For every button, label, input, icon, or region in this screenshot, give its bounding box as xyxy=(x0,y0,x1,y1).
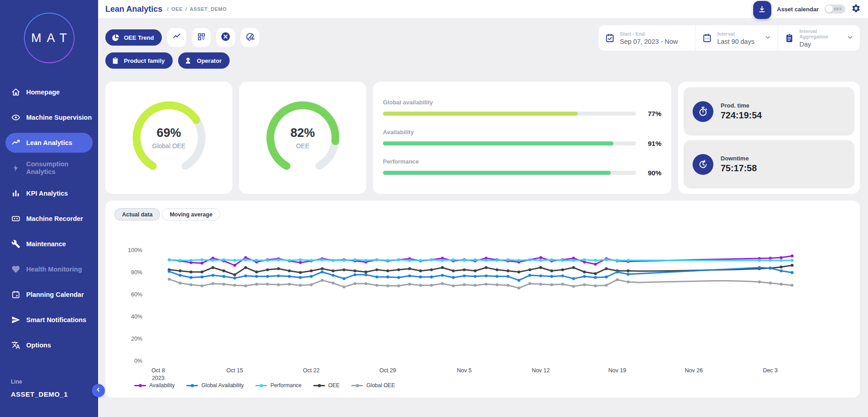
legend-item[interactable]: Availability xyxy=(134,382,175,389)
sidebar-item-consumption-analytics[interactable]: Consumption Analytics xyxy=(5,158,93,178)
aggregation-control[interactable]: Interval Aggregation Day xyxy=(778,25,860,51)
clipboard-list-icon xyxy=(784,33,794,43)
svg-text:Nov 5: Nov 5 xyxy=(457,367,472,374)
sidebar-item-smart-notifications[interactable]: Smart Notifications xyxy=(5,310,93,330)
global-oee-gauge-card: 69% Global OEE xyxy=(105,82,232,194)
chevron-down-icon xyxy=(847,34,854,42)
bar-label: Global availability xyxy=(383,99,661,106)
sidebar-item-machine-supervision[interactable]: Machine Supervision xyxy=(5,108,93,127)
bar-value: 90% xyxy=(642,169,661,177)
sidebar-item-options[interactable]: Options xyxy=(5,335,93,355)
calendar-icon xyxy=(11,290,20,299)
oee-trend-chip-label: OEE Trend xyxy=(124,34,154,41)
trend-line-icon xyxy=(172,32,181,43)
sidebar-item-planning-calendar[interactable]: Planning Calendar xyxy=(5,285,93,305)
eye-icon xyxy=(11,113,20,122)
date-controls-bar: Start - End Sep 07, 2023 - Now Interval … xyxy=(599,25,860,51)
legend-item[interactable]: Global Availability xyxy=(186,382,244,389)
downtime-stat: Downtime 75:17:58 xyxy=(684,140,854,188)
filter-section: OEE Trend xyxy=(98,18,868,75)
breadcrumb-separator: / xyxy=(167,6,169,12)
operator-icon xyxy=(184,56,193,65)
svg-text:40%: 40% xyxy=(131,314,142,320)
asset-name: ASSET_DEMO_1 xyxy=(11,390,68,398)
clear-filter-button[interactable] xyxy=(216,28,235,47)
operator-chip-label: Operator xyxy=(197,57,222,64)
start-end-control[interactable]: Start - End Sep 07, 2023 - Now xyxy=(599,25,695,51)
line-label: Line xyxy=(11,379,68,385)
gauge-value: 69% xyxy=(156,126,181,140)
stat-value: 75:17:58 xyxy=(721,163,757,173)
product-family-chip-label: Product family xyxy=(124,57,165,64)
svg-text:Oct 15: Oct 15 xyxy=(226,367,243,374)
tab-moving-average[interactable]: Moving average xyxy=(162,208,220,220)
svg-text:Dec 3: Dec 3 xyxy=(763,367,778,374)
legend-swatch-icon xyxy=(255,384,267,387)
calendar-check-icon xyxy=(605,33,615,43)
svg-text:Oct 22: Oct 22 xyxy=(303,367,320,374)
svg-text:2023: 2023 xyxy=(152,375,165,380)
oee-trend-chip[interactable]: OEE Trend xyxy=(105,29,162,46)
product-family-chip[interactable]: Product family xyxy=(105,52,173,69)
toggle-state-label: OFF xyxy=(834,7,843,11)
operator-chip[interactable]: Operator xyxy=(178,52,230,69)
clipboard-icon xyxy=(111,56,120,65)
progress-fill xyxy=(383,141,613,145)
breadcrumb-item-asset[interactable]: ASSET_DEMO xyxy=(190,6,227,12)
interval-value: Last 90 days xyxy=(717,38,764,45)
bar-chart-icon xyxy=(11,189,20,198)
sidebar-item-lean-analytics[interactable]: Lean Analytics xyxy=(5,133,93,153)
chevron-left-icon xyxy=(95,386,102,395)
downtime-clock-icon xyxy=(693,154,713,175)
translate-icon xyxy=(11,341,20,350)
kpi-bars-card: Global availability 77% Availability 91%… xyxy=(373,82,671,194)
svg-text:100%: 100% xyxy=(128,247,142,253)
download-button[interactable] xyxy=(753,1,771,19)
chevron-down-icon xyxy=(764,34,771,42)
progress-track xyxy=(383,141,636,145)
sidebar-item-kpi-analytics[interactable]: KPI Analytics xyxy=(5,183,93,203)
chart-tabs: Actual data Moving average xyxy=(114,208,851,220)
interval-label: Interval xyxy=(717,31,764,37)
legend-swatch-icon xyxy=(186,384,198,387)
gauge-bars-icon xyxy=(245,32,255,43)
breadcrumb-item-oee[interactable]: OEE xyxy=(171,6,183,12)
settings-button[interactable] xyxy=(851,4,861,15)
sidebar-item-health-monitoring[interactable]: Health Monitoring xyxy=(5,259,93,279)
sidebar-item-machine-recorder[interactable]: Machine Recorder xyxy=(5,209,93,229)
trend-view-button[interactable] xyxy=(167,28,186,47)
legend-item[interactable]: Performance xyxy=(255,382,302,389)
svg-text:0%: 0% xyxy=(134,358,142,364)
main-content: Lean Analytics / OEE / ASSET_DEMO Asset … xyxy=(98,0,868,417)
sidebar-nav: Homepage Machine Supervision Lean Analyt… xyxy=(0,82,98,355)
sidebar-item-label: Consumption Analytics xyxy=(26,160,93,175)
calendar-icon xyxy=(702,33,712,43)
trend-line-icon xyxy=(11,138,20,147)
tab-actual-data[interactable]: Actual data xyxy=(114,208,160,220)
interval-control[interactable]: Interval Last 90 days xyxy=(695,25,778,51)
trend-chart-card: Actual data Moving average 0%20%40%60%80… xyxy=(105,201,860,398)
sidebar-item-label: KPI Analytics xyxy=(26,190,68,197)
mat-logo: MAT xyxy=(24,13,75,63)
svg-text:Oct 8: Oct 8 xyxy=(151,367,165,374)
sidebar-item-label: Planning Calendar xyxy=(26,291,84,299)
asset-calendar-toggle[interactable]: OFF xyxy=(825,5,845,14)
svg-text:Oct 29: Oct 29 xyxy=(379,367,396,374)
progress-track xyxy=(383,112,636,116)
sidebar-item-label: Health Monitoring xyxy=(26,266,82,273)
sidebar-item-label: Options xyxy=(26,342,51,349)
legend-item[interactable]: Global OEE xyxy=(351,382,395,389)
heart-pulse-icon xyxy=(11,265,20,274)
sidebar-item-homepage[interactable]: Homepage xyxy=(5,82,93,102)
oee-gauge-card: 82% OEE xyxy=(239,82,366,194)
gauge-report-button[interactable] xyxy=(241,28,259,47)
qr-grid-button[interactable] xyxy=(192,28,211,47)
oee-trend-chart[interactable]: 0%20%40%60%80%100% Oct 82023Oct 15Oct 22… xyxy=(114,231,856,380)
breadcrumb-separator: / xyxy=(185,6,187,12)
legend-item[interactable]: OEE xyxy=(313,382,340,389)
sidebar-collapse-button[interactable] xyxy=(92,384,105,397)
asset-calendar-label: Asset calendar xyxy=(777,6,819,13)
sidebar-item-label: Lean Analytics xyxy=(26,139,72,147)
svg-text:60%: 60% xyxy=(131,291,142,298)
sidebar-item-maintenance[interactable]: Maintenance xyxy=(5,234,93,254)
